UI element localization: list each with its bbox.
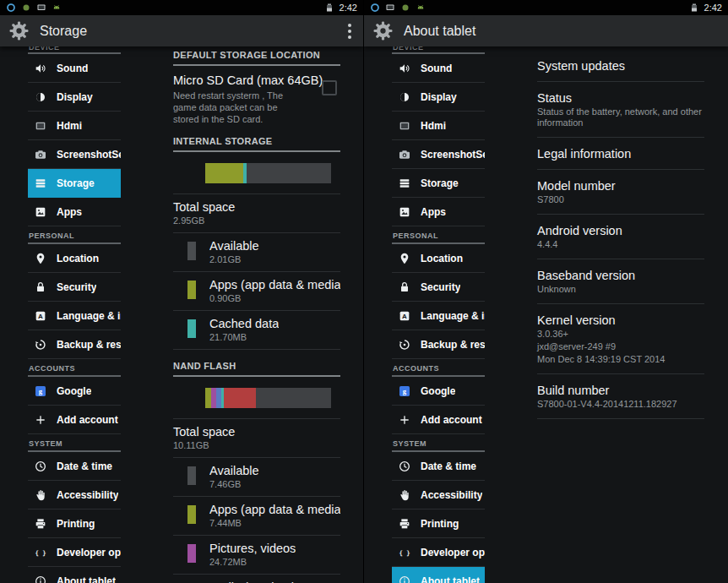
sidebar-item-add-account[interactable]: Add account bbox=[392, 406, 485, 434]
notification-circle-icon bbox=[370, 3, 380, 14]
sidebar-item-label: About tablet bbox=[421, 575, 480, 583]
storage-icon bbox=[34, 177, 47, 190]
storage-item-row[interactable]: Cached data21.70MB bbox=[173, 311, 340, 350]
about-item-title: Build number bbox=[537, 384, 704, 397]
about-item-baseband-version[interactable]: Baseband versionUnknown bbox=[537, 259, 704, 304]
storage-item-row[interactable]: Apps (app data & media conte7.44MB bbox=[173, 497, 340, 536]
sidebar-item-developer-options[interactable]: { }Developer opti bbox=[28, 538, 121, 567]
storage-item-row[interactable]: Audio (music, ringtones, podc80.00KB bbox=[173, 575, 340, 583]
sidebar-item-sound[interactable]: Sound bbox=[392, 54, 485, 83]
svg-text:A: A bbox=[38, 313, 43, 320]
overflow-menu-button[interactable] bbox=[345, 20, 355, 42]
page-title: Storage bbox=[40, 24, 87, 39]
screen-notification-icon bbox=[36, 3, 46, 14]
sidebar-item-google[interactable]: gGoogle bbox=[392, 377, 485, 406]
micro-sd-card-item[interactable]: Micro SD Card (max 64GB) Need restart sy… bbox=[173, 66, 340, 133]
sidebar-item-accessibility[interactable]: Accessibility bbox=[392, 481, 485, 509]
about-item-title: Kernel version bbox=[537, 313, 704, 327]
about-item-build-number[interactable]: Build numberS7800-01-V4.4-20141211.18292… bbox=[537, 374, 704, 419]
sidebar-item-label: ScreenshotSe bbox=[57, 149, 121, 161]
sidebar-item-language-input[interactable]: ALanguage & in bbox=[28, 302, 121, 330]
sidebar-item-about[interactable]: About tablet bbox=[28, 567, 121, 583]
sidebar-item-location[interactable]: Location bbox=[28, 244, 121, 273]
sidebar-item-label: Apps bbox=[421, 206, 446, 218]
about-item-kernel-version[interactable]: Kernel version3.0.36+jxd@server-249 #9Mo… bbox=[537, 304, 704, 374]
apps-icon bbox=[34, 205, 47, 219]
sidebar-item-label: Google bbox=[57, 385, 91, 397]
info-icon bbox=[34, 575, 47, 583]
pane-about-tablet: 2:42 About tablet DEVICESoundDisplayHdmi… bbox=[364, 0, 728, 583]
sidebar-item-sound[interactable]: Sound bbox=[28, 54, 121, 83]
sidebar-item-label: Display bbox=[57, 91, 93, 103]
storage-item-label: Cached data bbox=[209, 317, 279, 330]
sidebar-item-security[interactable]: Security bbox=[28, 273, 121, 302]
storage-item-label: Apps (app data & media conte bbox=[209, 503, 340, 516]
storage-item-row[interactable]: Apps (app data & media conte0.90GB bbox=[173, 272, 340, 311]
about-item-status[interactable]: StatusStatus of the battery, network, an… bbox=[537, 82, 704, 138]
nand-total-space-row: Total space 10.11GB bbox=[173, 419, 340, 458]
sidebar-item-apps[interactable]: Apps bbox=[392, 198, 485, 226]
sidebar-item-label: Sound bbox=[57, 63, 88, 74]
sidebar-item-google[interactable]: gGoogle bbox=[28, 377, 121, 406]
sidebar-item-about[interactable]: About tablet bbox=[392, 567, 485, 583]
sidebar-item-display[interactable]: Display bbox=[392, 83, 485, 112]
sidebar-item-hdmi[interactable]: Hdmi bbox=[28, 112, 121, 140]
status-bar: 2:42 bbox=[0, 0, 363, 15]
sidebar-item-label: Printing bbox=[421, 518, 459, 530]
storage-item-value: 24.72MB bbox=[209, 557, 296, 567]
backup-icon bbox=[34, 338, 47, 351]
bar-segment bbox=[205, 163, 243, 183]
sidebar-item-location[interactable]: Location bbox=[392, 244, 485, 273]
sidebar-item-hdmi[interactable]: Hdmi bbox=[392, 112, 485, 140]
about-item-legal-information[interactable]: Legal information bbox=[537, 138, 704, 170]
storage-item-row[interactable]: Pictures, videos24.72MB bbox=[173, 536, 340, 575]
location-icon bbox=[398, 252, 411, 265]
lock-icon bbox=[398, 281, 411, 294]
storage-item-label: Pictures, videos bbox=[209, 542, 296, 555]
sidebar-item-add-account[interactable]: Add account bbox=[28, 406, 121, 434]
sidebar-item-label: Developer opti bbox=[57, 547, 121, 558]
sidebar-item-label: Backup & rese bbox=[421, 339, 485, 351]
sidebar-item-storage[interactable]: Storage bbox=[28, 169, 121, 198]
sidebar-item-accessibility[interactable]: Accessibility bbox=[28, 481, 121, 509]
sidebar-item-screenshot-settings[interactable]: ScreenshotSe bbox=[28, 140, 121, 169]
settings-gear-icon bbox=[8, 19, 30, 42]
sidebar-item-developer-options[interactable]: { }Developer opti bbox=[392, 538, 485, 567]
about-item-title: Baseband version bbox=[537, 269, 704, 282]
sidebar-item-backup-reset[interactable]: Backup & rese bbox=[392, 330, 485, 359]
about-item-model-number[interactable]: Model numberS7800 bbox=[537, 170, 704, 215]
sidebar-item-language-input[interactable]: ALanguage & in bbox=[392, 302, 485, 330]
storage-item-row[interactable]: Available2.01GB bbox=[173, 233, 340, 272]
storage-item-label: Apps (app data & media conte bbox=[209, 278, 340, 292]
google-icon: g bbox=[34, 384, 47, 398]
display-icon bbox=[398, 90, 411, 104]
storage-item-row[interactable]: Available7.46GB bbox=[173, 458, 340, 497]
about-item-detail: 3.0.36+ bbox=[537, 329, 704, 340]
sidebar-item-screenshot-settings[interactable]: ScreenshotSe bbox=[392, 140, 485, 169]
sidebar-item-label: About tablet bbox=[57, 575, 116, 583]
sidebar-item-display[interactable]: Display bbox=[28, 83, 121, 112]
sidebar-item-printing[interactable]: Printing bbox=[28, 509, 121, 538]
google-icon: g bbox=[398, 384, 411, 398]
legend-swatch bbox=[187, 281, 196, 299]
sidebar-item-printing[interactable]: Printing bbox=[392, 509, 485, 538]
sidebar-item-security[interactable]: Security bbox=[392, 273, 485, 302]
sidebar-item-date-time[interactable]: Date & time bbox=[392, 452, 485, 481]
internal-storage-bar-block bbox=[173, 163, 340, 194]
legend-swatch bbox=[187, 505, 196, 524]
hand-icon bbox=[34, 488, 47, 502]
sidebar-item-apps[interactable]: Apps bbox=[28, 198, 121, 226]
svg-text:{ }: { } bbox=[399, 549, 410, 557]
sidebar-item-label: Printing bbox=[57, 518, 95, 530]
android-debug-icon bbox=[416, 3, 426, 14]
sidebar-item-storage[interactable]: Storage bbox=[392, 169, 485, 198]
sidebar-item-date-time[interactable]: Date & time bbox=[28, 452, 121, 481]
sd-card-checkbox[interactable] bbox=[322, 80, 337, 95]
sidebar-section-label: DEVICE bbox=[392, 46, 485, 54]
language-icon: A bbox=[398, 309, 411, 323]
about-item-system-updates[interactable]: System updates bbox=[537, 50, 704, 82]
nand-flash-bar-block bbox=[173, 388, 340, 419]
about-item-android-version[interactable]: Android version4.4.4 bbox=[537, 215, 704, 259]
sidebar-item-backup-reset[interactable]: Backup & rese bbox=[28, 330, 121, 359]
sidebar-item-label: Google bbox=[421, 385, 455, 397]
